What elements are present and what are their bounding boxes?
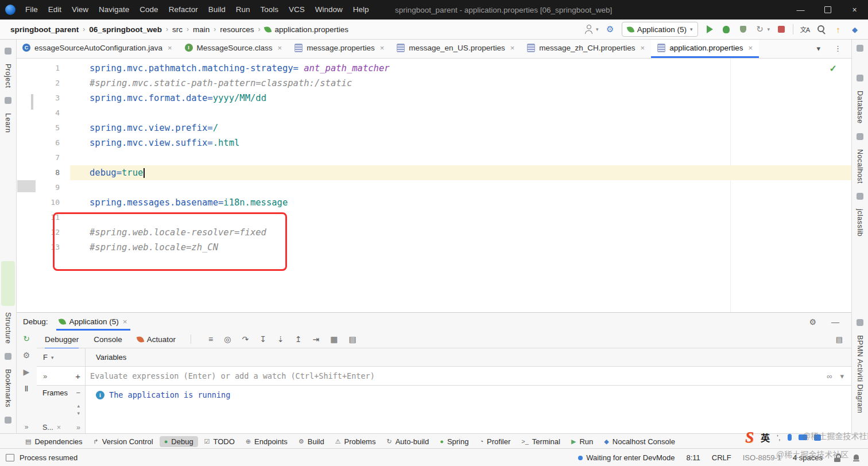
show-watches-icon[interactable]: ∞ [827,372,832,380]
tool-window-button-auto-build[interactable]: ↻Auto-build [382,436,433,447]
menu-run[interactable]: Run [231,0,255,20]
breadcrumb-item[interactable]: src [172,25,183,34]
notifications-bell-icon[interactable] [852,454,860,462]
line-number[interactable]: 1 [16,61,70,76]
close-icon[interactable]: × [641,44,645,52]
close-icon[interactable]: × [123,317,127,326]
menu-view[interactable]: View [67,0,94,20]
menu-edit[interactable]: Edit [43,0,67,20]
sogou-logo-icon[interactable]: S [745,430,754,445]
collapse-icon[interactable]: − [76,389,80,397]
scroll-up-icon[interactable]: ▴ [77,403,80,409]
code-line[interactable]: spring.mvc.pathmatch.matching-strategy= … [70,61,852,76]
thread-selector[interactable]: F ▾ [37,348,86,366]
breadcrumb-item[interactable]: springboot_parent [10,25,79,34]
code-line[interactable]: spring.mvc.format.date=yyyy/MM/dd [70,91,852,106]
menu-build[interactable]: Build [203,0,231,20]
tool-window-button-profiler[interactable]: ◔Profiler [475,436,515,447]
stripe-button-bookmarks[interactable]: Bookmarks [4,369,12,407]
profiler-dropdown-icon[interactable]: ▾ [767,26,770,32]
show-execution-point-icon[interactable]: ◎ [224,335,231,344]
view-breakpoints-icon[interactable]: ▦ [330,335,338,344]
tool-window-button-version-control[interactable]: ↱Version Control [89,436,158,447]
hidden-tabs-dropdown-icon[interactable]: ▾ [816,44,820,53]
tool-window-button-todo[interactable]: ☑TODO [200,436,239,447]
close-icon[interactable]: × [278,44,282,52]
menu-refactor[interactable]: Refactor [164,0,203,20]
editor-tab[interactable]: application.properties× [651,39,759,58]
update-project-icon[interactable]: ↑ [833,24,843,34]
breadcrumb-item[interactable]: resources [220,25,254,34]
menu-code[interactable]: Code [134,0,163,20]
menu-tools[interactable]: Tools [255,0,284,20]
debug-tab-debugger[interactable]: Debugger [45,331,79,349]
line-number[interactable]: 2 [16,76,70,91]
line-number[interactable]: 10 [16,195,70,210]
collapsed-tab[interactable]: S... [42,424,53,432]
settings-gear-icon[interactable]: ⚙ [809,317,816,327]
breadcrumb-item[interactable]: 06_springboot_web [89,25,162,34]
code-line[interactable]: spring.mvc.view.suffix=.html [70,135,852,150]
menu-window[interactable]: Window [310,0,348,20]
code-line[interactable] [70,106,852,121]
more-icons-icon[interactable]: » [25,423,29,431]
code-line[interactable]: debug=true [70,165,852,180]
editor-tab[interactable]: IMessageSource.class× [179,39,289,58]
stripe-button-learn[interactable]: Learn [4,113,12,133]
stripe-button-jclasslib[interactable]: jclasslib [856,209,864,236]
ime-punctuation-toggle[interactable]: ’, [777,433,781,442]
stripe-button-database[interactable]: Database [856,91,864,124]
line-separator[interactable]: CRLF [712,453,731,462]
tool-window-button-dependencies[interactable]: ▤Dependencies [21,436,87,447]
stripe-button-project[interactable]: Project [4,64,12,88]
tool-window-button-nocalhost-console[interactable]: ◆Nocalhost Console [599,436,680,447]
close-button[interactable]: × [841,0,868,20]
tool-window-button-spring[interactable]: ●Spring [435,436,473,447]
ime-language-toggle[interactable]: 英 [761,430,770,444]
editor[interactable]: 1spring.mvc.pathmatch.matching-strategy=… [16,59,852,312]
step-out-icon[interactable]: ↥ [295,335,302,344]
breadcrumb-item[interactable]: main [193,25,210,34]
line-number[interactable]: 7 [16,150,70,165]
tool-window-button-terminal[interactable]: >_Terminal [517,436,565,447]
caret-position[interactable]: 8:11 [686,453,700,462]
coverage-button[interactable] [738,24,748,34]
notifications-icon[interactable] [857,45,863,52]
step-into-icon[interactable]: ↧ [259,335,266,344]
devmode-status[interactable]: Waiting for enter DevMode [578,453,675,462]
editor-tab[interactable]: message_en_US.properties× [390,39,521,58]
debug-button[interactable] [721,24,731,34]
step-over-icon[interactable]: ↷ [242,335,249,344]
stop-button[interactable] [776,24,786,34]
evaluate-expression-input[interactable] [86,366,827,386]
user-dropdown-icon[interactable]: ▾ [596,26,599,32]
code-line[interactable] [70,150,852,165]
maximize-button[interactable] [814,0,841,20]
pause-icon[interactable]: Ⅱ [25,385,29,393]
resume-icon[interactable]: ▶ [24,368,30,376]
tool-window-button-problems[interactable]: ⚠Problems [331,436,381,447]
force-step-into-icon[interactable]: ⇣ [277,335,284,344]
line-number[interactable]: 6 [16,135,70,150]
tab-options-icon[interactable]: ⋮ [834,44,842,53]
hide-panel-icon[interactable]: — [831,317,839,327]
editor-tab[interactable]: message.properties× [288,39,390,58]
run-config-selector[interactable]: Application (5) ▾ [622,22,699,37]
tool-window-button-debug[interactable]: ●Debug [160,436,198,447]
tool-window-button-build[interactable]: ⚙Build [294,436,329,447]
minimize-button[interactable]: — [787,0,814,20]
translate-icon[interactable]: 文A [800,24,810,34]
line-number[interactable]: 3 [16,91,70,106]
chevron-down-icon[interactable]: ▾ [840,372,844,380]
close-icon[interactable]: × [749,44,753,52]
code-line[interactable]: spring.messages.basename=i18n.message [70,195,852,210]
menu-file[interactable]: File [20,0,43,20]
setup-icon[interactable]: ⚙ [605,24,615,34]
stripe-button-structure[interactable]: Structure [4,312,12,344]
line-number[interactable]: 5 [16,121,70,135]
menu-help[interactable]: Help [348,0,374,20]
file-encoding[interactable]: ISO-8859-1 [743,453,781,462]
editor-tab[interactable]: message_zh_CH.properties× [521,39,651,58]
close-icon[interactable]: × [510,44,515,52]
breadcrumb-item[interactable]: application.properties [275,25,348,34]
